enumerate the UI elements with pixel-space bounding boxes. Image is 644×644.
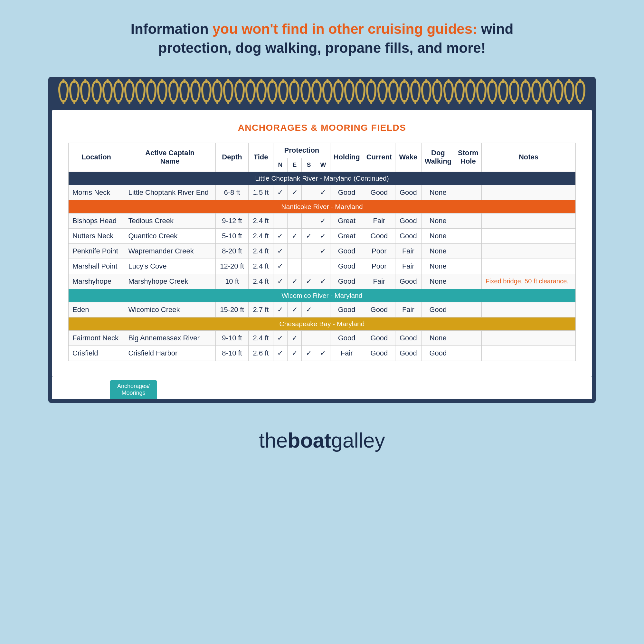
prot-w: ✓ bbox=[316, 228, 330, 243]
dog-cell: None bbox=[421, 274, 455, 289]
brand-footer: theboatgalley bbox=[259, 429, 385, 452]
prot-s: ✓ bbox=[302, 228, 316, 243]
dog-cell: None bbox=[421, 185, 455, 200]
tide-cell: 2.4 ft bbox=[249, 213, 273, 228]
current-cell: Good bbox=[363, 330, 395, 346]
col-location: Location bbox=[69, 143, 124, 172]
prot-e bbox=[288, 259, 302, 274]
wake-cell: Fair bbox=[395, 259, 421, 274]
wake-cell: Fair bbox=[395, 243, 421, 259]
tab-bar: Anchorages/Moorings bbox=[52, 377, 592, 399]
wake-cell: Fair bbox=[395, 302, 421, 317]
captain-cell: Crisfield Harbor bbox=[124, 346, 215, 361]
col-protection-s: S bbox=[302, 158, 316, 172]
table-row: Marshyhope Marshyhope Creek 10 ft 2.4 ft… bbox=[69, 274, 576, 289]
prot-w: ✓ bbox=[316, 243, 330, 259]
tab-anchorages[interactable]: Anchorages/Moorings bbox=[110, 380, 157, 399]
spiral-coil bbox=[146, 80, 156, 103]
prot-s: ✓ bbox=[302, 346, 316, 361]
table-row: Penknife Point Wapremander Creek 8-20 ft… bbox=[69, 243, 576, 259]
col-protection-n: N bbox=[273, 158, 287, 172]
current-cell: Good bbox=[363, 302, 395, 317]
spiral-coil bbox=[322, 80, 333, 103]
captain-cell: Quantico Creek bbox=[124, 228, 215, 243]
brand-bold: boat bbox=[288, 429, 331, 452]
col-dog: DogWalking bbox=[421, 143, 455, 172]
spiral-coil bbox=[520, 80, 531, 103]
notes-cell bbox=[481, 259, 575, 274]
prot-e: ✓ bbox=[288, 185, 302, 200]
location-cell: Bishops Head bbox=[69, 213, 124, 228]
wake-cell: Good bbox=[395, 346, 421, 361]
notes-cell bbox=[481, 228, 575, 243]
current-cell: Fair bbox=[363, 213, 395, 228]
location-cell: Fairmont Neck bbox=[69, 330, 124, 346]
prot-n: ✓ bbox=[273, 259, 287, 274]
header-plain-start: Information bbox=[131, 21, 213, 37]
current-cell: Fair bbox=[363, 274, 395, 289]
spiral-coil bbox=[553, 80, 563, 103]
spiral-coil bbox=[190, 80, 201, 103]
notebook: ANCHORAGES & MOORING FIELDS Location Act… bbox=[48, 77, 596, 403]
dog-cell: Good bbox=[421, 346, 455, 361]
spiral-coil bbox=[234, 80, 245, 103]
storm-cell bbox=[455, 228, 481, 243]
location-cell: Marshall Point bbox=[69, 259, 124, 274]
section-wicomico: Wicomico River - Maryland bbox=[69, 289, 576, 302]
table-row: Eden Wicomico Creek 15-20 ft 2.7 ft ✓ ✓ … bbox=[69, 302, 576, 317]
captain-cell: Lucy's Cove bbox=[124, 259, 215, 274]
book-body: ANCHORAGES & MOORING FIELDS Location Act… bbox=[48, 106, 596, 403]
spiral-coil bbox=[58, 80, 69, 103]
brand-light-start: the bbox=[259, 429, 288, 452]
spiral-coil bbox=[410, 80, 421, 103]
section-chesapeake: Chesapeake Bay - Maryland bbox=[69, 317, 576, 330]
depth-cell: 6-8 ft bbox=[215, 185, 249, 200]
prot-s bbox=[302, 243, 316, 259]
tide-cell: 2.4 ft bbox=[249, 243, 273, 259]
spiral-coil bbox=[465, 80, 476, 103]
section-nanticoke: Nanticoke River - Maryland bbox=[69, 200, 576, 213]
section-label: Wicomico River - Maryland bbox=[69, 289, 576, 302]
section-little-choptank: Little Choptank River - Maryland (Contin… bbox=[69, 172, 576, 185]
spiral-coil bbox=[223, 80, 233, 103]
holding-cell: Good bbox=[330, 274, 363, 289]
tide-cell: 2.4 ft bbox=[249, 274, 273, 289]
prot-w bbox=[316, 330, 330, 346]
dog-cell: None bbox=[421, 228, 455, 243]
spiral-coil bbox=[531, 80, 542, 103]
holding-cell: Great bbox=[330, 228, 363, 243]
spiral-coil bbox=[443, 80, 454, 103]
spiral-coil bbox=[421, 80, 431, 103]
spiral-coil bbox=[300, 80, 311, 103]
spiral-binding bbox=[48, 77, 596, 106]
current-cell: Good bbox=[363, 346, 395, 361]
tide-cell: 2.4 ft bbox=[249, 228, 273, 243]
depth-cell: 9-12 ft bbox=[215, 213, 249, 228]
prot-e: ✓ bbox=[288, 346, 302, 361]
table-row: Morris Neck Little Choptank River End 6-… bbox=[69, 185, 576, 200]
current-cell: Poor bbox=[363, 259, 395, 274]
section-label: Chesapeake Bay - Maryland bbox=[69, 317, 576, 330]
header-section: Information you won't find in other crui… bbox=[105, 19, 539, 58]
prot-e: ✓ bbox=[288, 302, 302, 317]
location-cell: Nutters Neck bbox=[69, 228, 124, 243]
table-row: Crisfield Crisfield Harbor 8-10 ft 2.6 f… bbox=[69, 346, 576, 361]
wake-cell: Good bbox=[395, 330, 421, 346]
notes-cell bbox=[481, 185, 575, 200]
notes-cell bbox=[481, 330, 575, 346]
spiral-coil bbox=[377, 80, 388, 103]
spiral-coil bbox=[168, 80, 179, 103]
section-label: Little Choptank River - Maryland (Contin… bbox=[69, 172, 576, 185]
prot-w: ✓ bbox=[316, 213, 330, 228]
prot-s bbox=[302, 213, 316, 228]
prot-e bbox=[288, 243, 302, 259]
spiral-coil bbox=[289, 80, 299, 103]
col-current: Current bbox=[363, 143, 395, 172]
spiral-coil bbox=[432, 80, 442, 103]
storm-cell bbox=[455, 259, 481, 274]
spiral-coil bbox=[487, 80, 497, 103]
prot-e bbox=[288, 213, 302, 228]
storm-cell bbox=[455, 213, 481, 228]
location-cell: Penknife Point bbox=[69, 243, 124, 259]
spiral-coil bbox=[388, 80, 399, 103]
